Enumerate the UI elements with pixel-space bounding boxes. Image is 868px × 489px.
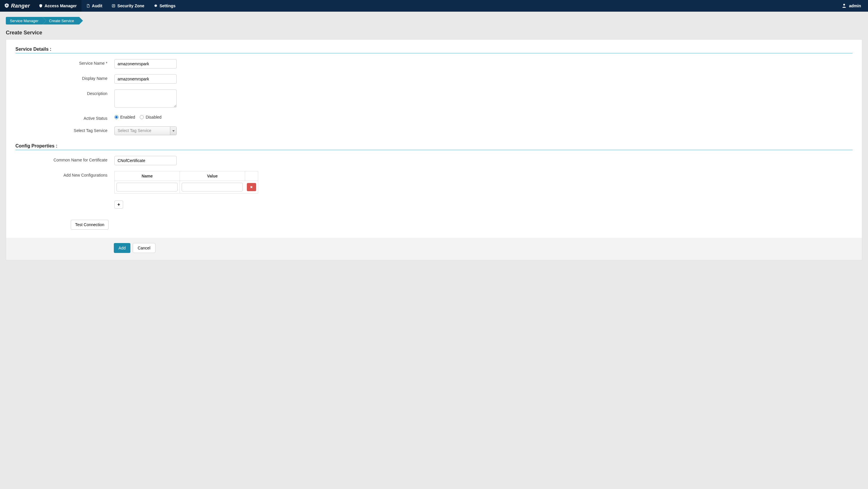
top-nav: R Ranger Access Manager Audit Security Z… xyxy=(0,0,868,12)
col-value-header: Value xyxy=(180,171,245,181)
radio-label: Enabled xyxy=(120,115,135,119)
crumb-label: Service Manager xyxy=(10,19,38,23)
common-name-input[interactable] xyxy=(114,156,177,165)
button-label: Cancel xyxy=(138,246,151,250)
delete-row-button[interactable]: ✖ xyxy=(247,183,256,191)
tag-service-select[interactable]: Select Tag Service xyxy=(114,126,177,135)
nav-label: Settings xyxy=(159,3,176,8)
col-name-header: Name xyxy=(115,171,180,181)
user-icon xyxy=(841,3,847,9)
breadcrumb-create-service[interactable]: Create Service xyxy=(42,17,79,25)
config-properties-header: Config Properties : xyxy=(16,143,852,150)
nav-label: Access Manager xyxy=(44,3,77,8)
active-status-label: Active Status xyxy=(16,114,114,121)
close-icon: ✖ xyxy=(250,185,253,189)
radio-enabled[interactable]: Enabled xyxy=(114,115,135,119)
page-title: Create Service xyxy=(0,27,868,39)
config-row: ✖ xyxy=(115,181,258,194)
nav-label: Security Zone xyxy=(117,3,144,8)
form-card: Service Details : Service Name * Display… xyxy=(6,39,862,260)
config-value-input[interactable] xyxy=(182,183,243,192)
gear-icon xyxy=(154,4,158,8)
add-button[interactable]: Add xyxy=(114,243,130,253)
common-name-label: Common Name for Certificate xyxy=(16,156,114,162)
cancel-button[interactable]: Cancel xyxy=(133,243,155,253)
user-menu[interactable]: admin xyxy=(835,3,868,9)
crumb-label: Create Service xyxy=(49,19,74,23)
tag-service-label: Select Tag Service xyxy=(16,126,114,133)
service-name-input[interactable] xyxy=(114,59,177,68)
user-name: admin xyxy=(849,3,861,8)
brand-text: Ranger xyxy=(11,3,30,9)
display-name-input[interactable] xyxy=(114,74,177,84)
svg-rect-1 xyxy=(112,4,115,7)
nav-access-manager[interactable]: Access Manager xyxy=(34,0,82,12)
display-name-label: Display Name xyxy=(16,74,114,81)
radio-label: Disabled xyxy=(146,115,161,119)
zone-icon xyxy=(112,4,116,8)
add-configs-label: Add New Configurations xyxy=(16,171,114,177)
radio-icon xyxy=(140,115,144,119)
form-footer: Add Cancel xyxy=(6,238,862,260)
test-connection-button[interactable]: Test Connection xyxy=(71,220,108,230)
svg-point-3 xyxy=(843,4,845,5)
ranger-logo-icon: R xyxy=(4,3,9,9)
description-textarea[interactable] xyxy=(114,89,177,108)
breadcrumb: Service Manager Create Service xyxy=(6,17,862,25)
col-action-header xyxy=(245,171,258,181)
radio-icon xyxy=(114,115,119,119)
chevron-down-icon xyxy=(170,127,176,135)
description-label: Description xyxy=(16,89,114,96)
nav-audit[interactable]: Audit xyxy=(82,0,107,12)
shield-icon xyxy=(39,4,43,8)
radio-disabled[interactable]: Disabled xyxy=(140,115,161,119)
config-name-input[interactable] xyxy=(117,183,178,192)
service-details-header: Service Details : xyxy=(16,47,852,53)
nav-items: Access Manager Audit Security Zone Setti… xyxy=(34,0,180,12)
breadcrumb-container: Service Manager Create Service xyxy=(0,12,868,27)
add-row-button[interactable]: + xyxy=(114,201,123,209)
breadcrumb-service-manager[interactable]: Service Manager xyxy=(6,17,42,25)
select-placeholder: Select Tag Service xyxy=(115,127,170,135)
service-name-label: Service Name * xyxy=(16,59,114,65)
button-label: Add xyxy=(119,246,126,250)
nav-settings[interactable]: Settings xyxy=(149,0,180,12)
nav-security-zone[interactable]: Security Zone xyxy=(107,0,149,12)
config-table: Name Value ✖ xyxy=(114,171,258,194)
svg-text:R: R xyxy=(6,4,7,7)
button-label: Test Connection xyxy=(75,222,104,227)
plus-icon: + xyxy=(117,202,120,207)
brand[interactable]: R Ranger xyxy=(0,0,34,12)
nav-label: Audit xyxy=(92,3,102,8)
document-icon xyxy=(86,4,90,8)
